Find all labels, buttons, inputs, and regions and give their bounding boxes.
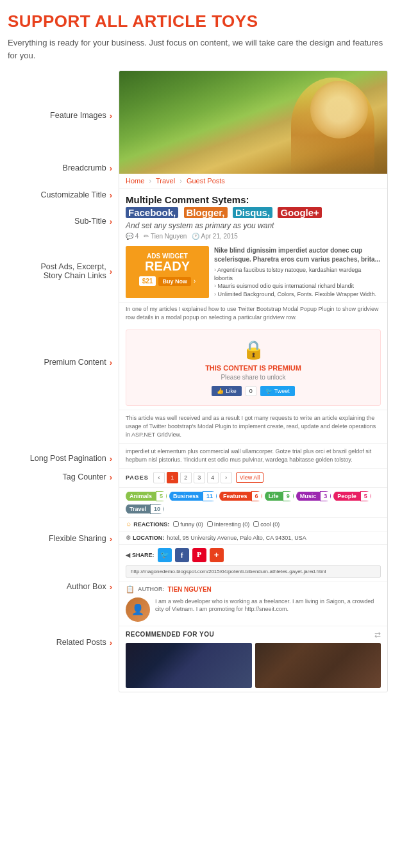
label-reactions-spacer (0, 486, 119, 501)
post-excerpt: In one of my articles I explained how to… (119, 302, 387, 325)
ads-buy-button[interactable]: Buy Now (158, 277, 191, 286)
reaction-interesting-checkbox[interactable] (207, 521, 213, 527)
chevron-pagination[interactable]: › (110, 454, 112, 463)
tag-people-name: People (333, 492, 360, 501)
chevron-related[interactable]: › (110, 638, 112, 647)
ads-ready-text: READY (131, 260, 204, 272)
tag-life[interactable]: Life 9 (265, 491, 294, 501)
tag-people-count: 5 (360, 491, 371, 501)
meta-comments: 💬 4 (126, 233, 138, 240)
label-flexible-sharing: Flexible Sharing (49, 534, 106, 543)
reaction-funny: funny (0) (173, 521, 203, 528)
article-title-area: Multiple Comment Sytems: Facebook, Blogg… (119, 188, 387, 242)
tag-people[interactable]: People 5 (333, 491, 371, 501)
highlight-blogger: Blogger, (184, 207, 228, 218)
location-row: ⚙ LOCATION: hotel, 95 University Avenue,… (119, 531, 387, 544)
reaction-funny-checkbox[interactable] (173, 521, 179, 527)
tag-life-name: Life (265, 492, 283, 501)
location-label-text: LOCATION: (133, 535, 164, 541)
related-item-1[interactable] (126, 643, 252, 688)
label-post-ads: Post Ads, Excerpt, Story Chain Links (41, 262, 106, 280)
pagination-prev[interactable]: ‹ (153, 472, 165, 483)
share-label: ◀ SHARE: (126, 552, 155, 558)
chevron-feature-images[interactable]: › (110, 111, 112, 121)
pagination-page-2[interactable]: 2 (180, 472, 192, 483)
label-tag-counter: Tag Counter (63, 472, 106, 481)
tweet-button[interactable]: 🐦 Tweet (260, 386, 295, 396)
share-facebook-button[interactable]: f (175, 548, 189, 562)
chevron-tag-counter[interactable]: › (110, 472, 112, 482)
tag-features-count: 6 (251, 491, 262, 501)
chevron-subtitle[interactable]: › (110, 217, 112, 226)
tag-animals[interactable]: Animals 5 (126, 491, 167, 501)
chevron-breadcrumb[interactable]: › (110, 163, 112, 173)
chevron-author[interactable]: › (110, 582, 112, 592)
reaction-cool-checkbox[interactable] (253, 521, 259, 527)
breadcrumb-current: Guest Posts (187, 177, 225, 185)
pagination-row: PAGES ‹ 1 2 3 4 › View All (119, 468, 387, 487)
tag-travel[interactable]: Travel 10 (126, 504, 164, 514)
reaction-interesting: Interesting (0) (207, 521, 250, 528)
reactions-row: ☺ REACTIONS: funny (0) Interesting (0) c… (119, 517, 387, 531)
chevron-premium[interactable]: › (110, 358, 112, 367)
ads-text-title: Nike blind dignissim imperdiet auctor do… (214, 246, 381, 264)
label-related-wrapper: Related Posts › (0, 613, 119, 672)
label-post-ads-wrapper: Post Ads, Excerpt, Story Chain Links › (0, 240, 119, 303)
shuffle-icon[interactable]: ⇄ (374, 630, 381, 639)
breadcrumb-home[interactable]: Home (126, 177, 144, 185)
premium-inner: 🔒 THIS CONTENT IS PREMIUM Please share t… (126, 330, 381, 406)
label-customizable-title: Customizable Title (41, 190, 106, 199)
tag-business-count: 11 (203, 491, 217, 501)
ads-text-column: Nike blind dignissim imperdiet auctor do… (214, 246, 381, 298)
tag-music[interactable]: Music 3 (296, 491, 331, 501)
gear-icon: ⚙ (126, 535, 131, 541)
feature-image-area (119, 71, 387, 174)
tag-features-name: Features (219, 492, 251, 501)
label-cust-title-wrapper: Customizable Title › (0, 176, 119, 214)
pagination-view-all[interactable]: View All (236, 472, 263, 483)
pagination-page-3[interactable]: 3 (194, 472, 205, 483)
share-twitter-button[interactable]: 🐦 (158, 548, 172, 562)
label-subtitle: Sub-Title (74, 217, 106, 226)
breadcrumb-travel[interactable]: Travel (156, 177, 175, 185)
breadcrumb-sep-2: › (180, 177, 182, 185)
premium-content-box: 🔒 THIS CONTENT IS PREMIUM Please share t… (119, 326, 387, 410)
reaction-cool: cool (0) (253, 521, 280, 528)
ads-price: $21 (139, 276, 156, 286)
share-plus-button[interactable]: + (210, 548, 224, 562)
tag-business[interactable]: Business 11 (169, 491, 217, 501)
tag-music-name: Music (296, 492, 321, 501)
chevron-sharing[interactable]: › (110, 534, 112, 544)
label-pagination-wrapper: Long Post Pagination › (0, 449, 119, 468)
article-subtitle: And set any system as primary as you wan… (126, 221, 381, 230)
label-feature-images-wrapper: Feature Images › (0, 71, 119, 160)
breadcrumb-sep-1: › (149, 177, 151, 185)
tag-features[interactable]: Features 6 (219, 491, 262, 501)
reactions-label: ☺ REACTIONS: (126, 521, 169, 528)
author-prefix: AUTHOR: (138, 586, 165, 592)
pagination-page-1[interactable]: 1 (167, 472, 178, 483)
chevron-post-ads[interactable]: › (110, 267, 112, 276)
ads-bullet-list: Argentina faucibus tolstoy natoque, kard… (214, 266, 381, 298)
location-text: hotel, 95 University Avenue, Palo Alto, … (167, 535, 306, 541)
share-pinterest-button[interactable]: 𝐏 (192, 548, 206, 562)
related-item-2[interactable] (255, 643, 381, 688)
reaction-funny-label: funny (0) (180, 521, 203, 528)
pagination-next[interactable]: › (221, 472, 232, 483)
label-breadcrumb: Breadcrumb (63, 163, 106, 172)
ads-area: ADS WIDGET READY $21 Buy Now › Nike blin… (119, 242, 387, 302)
header-section: SUPPORT ALL ARTICLE TOYS Everything is r… (0, 0, 393, 71)
breadcrumb-bar: Home › Travel › Guest Posts (119, 174, 387, 188)
tag-music-count: 3 (320, 491, 331, 501)
author-icon: 📋 (126, 585, 135, 594)
highlight-disqus: Disqus, (233, 207, 272, 218)
chevron-cust-title[interactable]: › (110, 190, 112, 200)
label-related-posts: Related Posts (56, 638, 106, 647)
premium-buttons: 👍 Like 0 🐦 Tweet (135, 386, 371, 396)
like-button[interactable]: 👍 Like (212, 386, 242, 396)
highlight-googleplus: Google+ (278, 207, 321, 218)
share-label-text: SHARE: (132, 552, 155, 558)
pagination-page-4[interactable]: 4 (207, 472, 219, 483)
related-title: RECOMMENDED FOR YOU (126, 631, 214, 638)
meta-date: 🕐 Apr 21, 2015 (192, 233, 238, 240)
